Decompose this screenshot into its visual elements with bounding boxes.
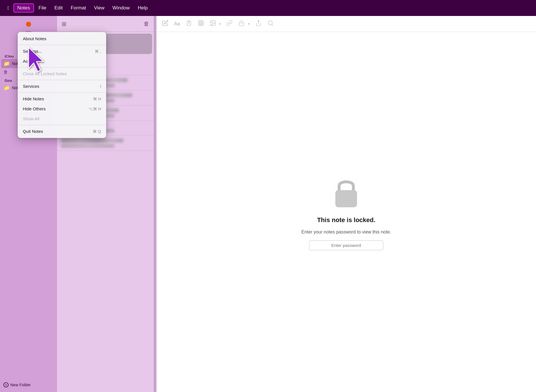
menu-item-settings-shortcut: ⌘ , — [95, 49, 101, 54]
vertical-divider — [154, 16, 156, 392]
locked-note-title: This note is locked. — [317, 216, 375, 224]
app-container: iClou 📁 Notes 0 🗑 Goo 📁 Notes 0 + New Fo… — [0, 16, 536, 392]
menu-item-settings[interactable]: Settings... ⌘ , — [18, 46, 106, 56]
lock-icon-large — [329, 174, 363, 211]
svg-point-12 — [268, 21, 273, 25]
menubar:  Notes File Edit Format View Window Hel… — [0, 0, 536, 16]
menu-item-accounts[interactable]: Accounts... — [18, 56, 106, 66]
orange-dot — [26, 22, 31, 27]
menu-item-hide-others-shortcut: ⌥⌘ H — [88, 107, 101, 111]
note-detail-toolbar: Aa — [156, 16, 536, 32]
menu-item-accounts-label: Accounts... — [23, 59, 44, 64]
menu-item-hide-others-label: Hide Others — [23, 106, 46, 111]
font-size-icon[interactable]: Aa — [174, 21, 180, 27]
new-note-icon[interactable] — [162, 20, 168, 28]
password-input[interactable] — [309, 240, 383, 250]
folder-icon: 📁 — [3, 60, 10, 67]
svg-rect-10 — [239, 23, 244, 26]
menu-separator-2 — [18, 67, 106, 68]
delete-note-icon[interactable]: 🗑 — [144, 21, 149, 27]
edit-menu-item[interactable]: Edit — [51, 4, 66, 12]
menu-item-about[interactable]: About Notes — [18, 34, 106, 44]
locked-note-subtitle: Enter your notes password to view this n… — [301, 229, 391, 235]
menu-item-services[interactable]: Services 〉 — [18, 81, 106, 91]
menu-item-hide-notes-label: Hide Notes — [23, 96, 44, 101]
menu-item-hide-notes[interactable]: Hide Notes ⌘ H — [18, 94, 106, 104]
link-icon[interactable] — [226, 20, 233, 28]
window-menu-item[interactable]: Window — [109, 4, 133, 12]
notes-dropdown-menu: About Notes Settings... ⌘ , Accounts... … — [18, 32, 106, 138]
format-menu-item[interactable]: Format — [67, 4, 90, 12]
menu-separator-1 — [18, 45, 106, 45]
plus-icon: + — [3, 382, 9, 387]
menu-separator-3 — [18, 80, 106, 80]
menu-item-close-all: Close All Locked Notes — [18, 69, 106, 79]
menu-item-settings-label: Settings... — [23, 49, 42, 54]
trash-icon: 🗑 — [3, 70, 8, 75]
blurred-line-10 — [61, 144, 114, 148]
menu-item-quit-shortcut: ⌘ Q — [93, 129, 101, 134]
grid-view-icon[interactable]: ⊞ — [62, 21, 67, 27]
table-icon[interactable] — [198, 20, 204, 28]
media-dropdown-icon[interactable]: ▾ — [219, 22, 221, 26]
svg-rect-2 — [188, 21, 190, 22]
help-menu-item[interactable]: Help — [134, 4, 151, 12]
menu-separator-4 — [18, 92, 106, 93]
menu-item-quit[interactable]: Quit Notes ⌘ Q — [18, 126, 106, 136]
file-menu-item[interactable]: File — [35, 4, 50, 12]
note-detail-content: This note is locked. Enter your notes pa… — [156, 32, 536, 392]
menu-item-hide-notes-shortcut: ⌘ H — [93, 97, 101, 101]
blurred-line-9 — [61, 139, 123, 143]
notes-list-toolbar: ⊞ 🗑 — [57, 16, 154, 32]
svg-point-9 — [211, 22, 212, 23]
new-folder-label: New Folder — [10, 383, 31, 387]
menu-item-close-all-label: Close All Locked Notes — [23, 71, 67, 76]
menu-item-quit-label: Quit Notes — [23, 129, 43, 134]
share-icon[interactable] — [255, 20, 262, 28]
lock-toggle-icon[interactable] — [238, 20, 245, 28]
new-folder-button[interactable]: + New Folder — [0, 380, 57, 390]
media-icon[interactable] — [210, 20, 216, 28]
search-icon[interactable] — [267, 20, 274, 28]
notes-menu-item[interactable]: Notes — [13, 3, 34, 13]
menu-item-show-all: Show All — [18, 114, 106, 124]
google-folder-icon: 📁 — [3, 85, 10, 91]
checklist-icon[interactable] — [186, 20, 192, 28]
apple-menu-item[interactable]:  — [5, 4, 12, 12]
menu-item-show-all-label: Show All — [23, 116, 39, 121]
menu-separator-5 — [18, 125, 106, 125]
svg-rect-3 — [199, 21, 203, 26]
svg-rect-14 — [335, 190, 357, 207]
svg-line-13 — [272, 24, 273, 25]
note-detail-panel: Aa — [156, 16, 536, 392]
view-menu-item[interactable]: View — [91, 4, 108, 12]
services-arrow-icon: 〉 — [100, 84, 101, 89]
menu-item-about-label: About Notes — [23, 36, 47, 41]
menu-item-services-label: Services — [23, 84, 39, 89]
menu-item-hide-others[interactable]: Hide Others ⌥⌘ H — [18, 104, 106, 114]
lock-dropdown-icon[interactable]: ▾ — [248, 22, 250, 26]
